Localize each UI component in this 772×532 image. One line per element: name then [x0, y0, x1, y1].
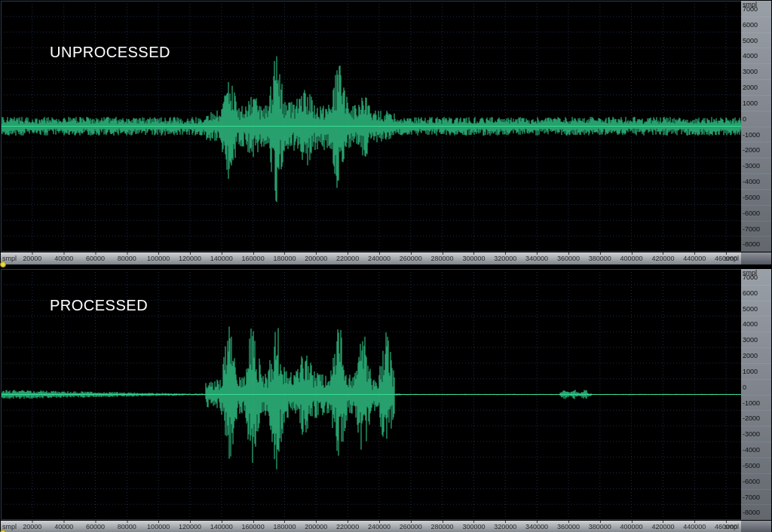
y-axis-unit: smpl: [743, 269, 757, 277]
y-tick-label: 2000: [741, 348, 771, 364]
y-tick-label: 1000: [741, 95, 771, 111]
axis-corner: [741, 521, 771, 532]
x-tick-label: 340000: [525, 255, 548, 262]
x-tick-label: 220000: [336, 523, 359, 530]
pane-processed: PROCESSED smpl 7000600050004000300020001…: [0, 268, 772, 532]
x-tick-label: 40000: [54, 523, 73, 530]
y-axis-unprocessed: smpl 70006000500040003000200010000-1000-…: [741, 1, 771, 252]
y-tick-label: -8000: [741, 505, 771, 520]
x-tick-label: 300000: [462, 523, 485, 530]
page-root: UNPROCESSED smpl 70006000500040003000200…: [0, 0, 772, 532]
x-tick-label: 160000: [242, 523, 265, 530]
y-tick-label: -2000: [741, 411, 771, 427]
x-tick-label: 180000: [273, 255, 296, 262]
y-tick-label: 2000: [741, 80, 771, 96]
x-tick-label: 60000: [86, 523, 105, 530]
x-tick-label: 320000: [494, 255, 516, 262]
y-tick-label: 4000: [741, 316, 771, 332]
y-tick-label: -4000: [741, 174, 771, 190]
x-tick-label: 280000: [431, 523, 454, 530]
x-tick-label: 440000: [683, 255, 706, 262]
x-axis-unprocessed: smpl smpl 200004000060000800001000001200…: [1, 252, 742, 264]
x-tick-label: 380000: [589, 255, 611, 262]
y-tick-label: -7000: [741, 221, 771, 237]
x-tick-label: 20000: [23, 523, 41, 530]
pane-title-processed: PROCESSED: [50, 297, 148, 314]
y-tick-label: 5000: [741, 301, 771, 316]
y-tick-label: -6000: [741, 473, 771, 489]
x-tick-label: 180000: [273, 523, 296, 530]
x-tick-label: 300000: [462, 255, 485, 262]
y-tick-label: -3000: [741, 427, 771, 442]
x-tick-label: 260000: [400, 523, 422, 530]
x-tick-label: 80000: [118, 255, 136, 262]
x-axis-processed: smpl smpl 200004000060000800001000001200…: [1, 521, 742, 532]
x-tick-label: 420000: [651, 255, 674, 262]
x-tick-label: 200000: [305, 255, 327, 262]
x-tick-label: 400000: [620, 523, 643, 530]
y-tick-label: 1000: [741, 363, 771, 379]
y-tick-label: -1000: [741, 127, 771, 142]
cursor-marker: [0, 261, 6, 268]
y-tick-label: -5000: [741, 189, 771, 205]
x-tick-label: 100000: [147, 255, 170, 262]
x-tick-label: 320000: [494, 523, 516, 530]
pane-unprocessed: UNPROCESSED smpl 70006000500040003000200…: [0, 0, 772, 264]
y-tick-label: -5000: [741, 457, 771, 473]
x-tick-label: 220000: [336, 255, 359, 262]
y-tick-label: -1000: [741, 395, 771, 411]
x-tick-label: 380000: [589, 523, 611, 530]
x-tick-label: 160000: [242, 255, 265, 262]
x-tick-label: 140000: [210, 255, 233, 262]
x-tick-label: 440000: [683, 523, 706, 530]
y-tick-label: 3000: [741, 332, 771, 348]
x-tick-label: 360000: [557, 255, 580, 262]
x-tick-label: 140000: [210, 523, 233, 530]
x-tick-label: 240000: [368, 523, 391, 530]
y-tick-label: 6000: [741, 285, 771, 301]
y-axis-processed: smpl 70006000500040003000200010000-1000-…: [741, 269, 771, 520]
x-tick-label: 460000: [715, 255, 737, 262]
x-tick-label: 460000: [715, 523, 737, 530]
pane-title-unprocessed: UNPROCESSED: [50, 44, 170, 61]
y-tick-label: -8000: [741, 237, 771, 252]
x-tick-label: 20000: [23, 255, 41, 262]
x-tick-label: 360000: [557, 523, 580, 530]
y-tick-label: 4000: [741, 48, 771, 64]
x-tick-label: 120000: [179, 523, 201, 530]
x-tick-label: 240000: [368, 255, 391, 262]
y-axis-unit: smpl: [743, 1, 757, 8]
x-tick-label: 100000: [147, 523, 170, 530]
x-tick-label: 120000: [179, 255, 201, 262]
y-tick-label: 0: [741, 379, 771, 395]
x-tick-label: 60000: [86, 255, 105, 262]
x-tick-label: 200000: [305, 523, 327, 530]
waveform-plot-unprocessed: [1, 1, 742, 252]
x-tick-label: 260000: [400, 255, 422, 262]
x-tick-label: 420000: [651, 523, 674, 530]
y-tick-label: -2000: [741, 142, 771, 158]
y-tick-label: 0: [741, 111, 771, 127]
y-tick-label: -6000: [741, 205, 771, 221]
y-tick-label: 3000: [741, 64, 771, 80]
x-tick-label: 40000: [54, 255, 73, 262]
y-tick-label: -3000: [741, 158, 771, 174]
x-tick-label: 400000: [620, 255, 643, 262]
x-tick-label: 80000: [118, 523, 136, 530]
y-tick-label: -7000: [741, 489, 771, 505]
y-tick-label: -4000: [741, 442, 771, 458]
x-tick-label: 280000: [431, 255, 454, 262]
x-tick-label: 340000: [525, 523, 548, 530]
y-tick-label: 5000: [741, 32, 771, 48]
y-tick-label: 6000: [741, 17, 771, 32]
axis-corner: [741, 252, 771, 264]
